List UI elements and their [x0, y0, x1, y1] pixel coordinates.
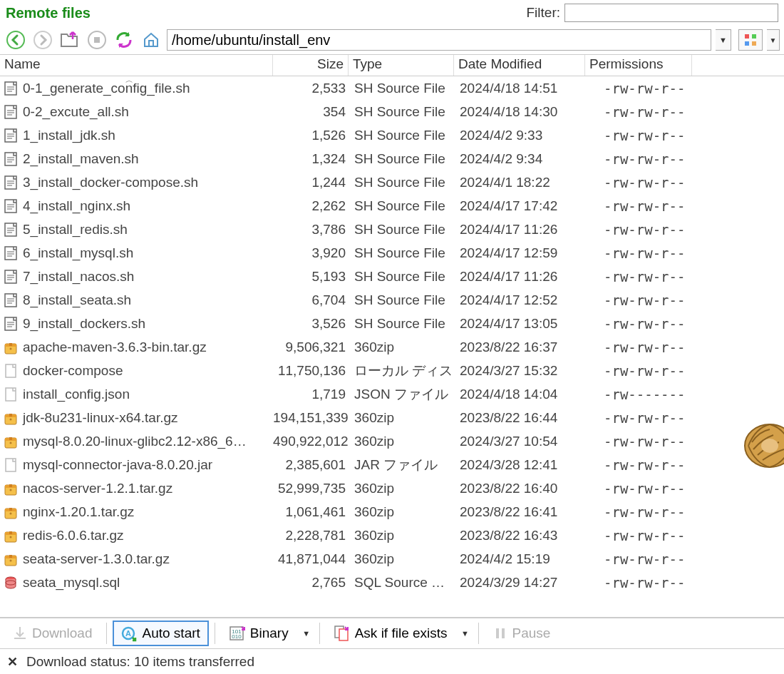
file-name: redis-6.0.6.tar.gz — [23, 528, 124, 543]
file-row[interactable]: docker-compose11,750,136ローカル ディスク2024/3/… — [0, 359, 784, 382]
file-row[interactable]: 2_install_maven.sh1,324SH Source File202… — [0, 147, 784, 170]
svg-text:010: 010 — [232, 633, 242, 640]
file-row[interactable]: 6_install_mysql.sh3,920SH Source File202… — [0, 241, 784, 265]
file-date: 2024/4/17 17:42 — [454, 198, 585, 214]
file-type: 360zip — [349, 434, 454, 449]
zip-file-icon — [3, 434, 19, 449]
column-permissions[interactable]: Permissions — [585, 55, 692, 76]
file-row[interactable]: apache-maven-3.6.3-bin.tar.gz9,506,32136… — [0, 335, 784, 359]
svg-rect-57 — [6, 364, 16, 377]
file-row[interactable]: install_config.json1,719JSON ファイル2024/4/… — [0, 382, 784, 406]
file-row[interactable]: nacos-server-1.2.1.tar.gz52,999,735360zi… — [0, 476, 784, 500]
close-status-button[interactable]: ✕ — [7, 654, 18, 670]
file-name: 0-2_excute_all.sh — [23, 104, 129, 120]
file-row[interactable]: seata_mysql.sql2,765SQL Source …2024/3/2… — [0, 571, 784, 594]
file-date: 2024/4/17 11:26 — [454, 222, 585, 238]
file-permissions: -rw-rw-r-- — [585, 175, 692, 190]
sql-file-icon — [3, 575, 19, 591]
sh-file-icon — [3, 292, 19, 308]
file-permissions: -rw-rw-r-- — [585, 128, 692, 143]
file-row[interactable]: 5_install_redis.sh3,786SH Source File202… — [0, 218, 784, 241]
binary-icon: 101010 — [229, 626, 246, 641]
file-type: SH Source File — [349, 316, 454, 332]
file-name: 6_install_mysql.sh — [23, 245, 133, 261]
path-input[interactable] — [167, 29, 711, 51]
up-folder-button[interactable] — [58, 29, 81, 51]
stop-icon — [88, 31, 106, 49]
svg-rect-82 — [9, 555, 12, 558]
file-type: 360zip — [349, 504, 454, 520]
svg-rect-9 — [5, 82, 16, 95]
binary-button[interactable]: 101010 Binary — [221, 621, 296, 646]
file-row[interactable]: redis-6.0.6.tar.gz2,228,781360zip2023/8/… — [0, 524, 784, 547]
file-name: 4_install_nginx.sh — [23, 198, 130, 214]
file-row[interactable]: seata-server-1.3.0.tar.gz41,871,044360zi… — [0, 547, 784, 571]
view-mode-button[interactable] — [738, 29, 763, 51]
svg-rect-65 — [9, 437, 12, 440]
back-button[interactable] — [4, 29, 27, 51]
download-button[interactable]: Download — [4, 621, 100, 646]
column-name[interactable]: Name — [0, 55, 273, 76]
file-row[interactable]: mysql-connector-java-8.0.20.jar2,385,601… — [0, 453, 784, 476]
file-row[interactable]: 0-1_generate_config_file.sh2,533SH Sourc… — [0, 76, 784, 100]
svg-rect-37 — [5, 247, 16, 260]
file-row[interactable]: 7_install_nacos.sh5,193SH Source File202… — [0, 265, 784, 288]
file-date: 2024/4/18 14:04 — [454, 387, 585, 402]
svg-rect-29 — [5, 200, 16, 213]
svg-rect-67 — [6, 459, 16, 471]
view-mode-dropdown[interactable]: ▼ — [767, 29, 780, 51]
file-size: 2,765 — [273, 575, 349, 591]
path-dropdown[interactable]: ▼ — [716, 29, 731, 51]
sh-file-icon — [3, 222, 19, 238]
file-size: 2,228,781 — [273, 528, 349, 543]
file-row[interactable]: mysql-8.0.20-linux-glibc2.12-x86_6…490,9… — [0, 429, 784, 453]
svg-rect-3 — [94, 37, 100, 43]
home-button[interactable] — [140, 29, 163, 51]
file-name: 9_install_dockers.sh — [23, 316, 145, 332]
sh-file-icon — [3, 151, 19, 167]
auto-start-button[interactable]: A Auto start — [113, 621, 209, 646]
sort-indicator-icon: ︿ — [125, 75, 133, 86]
file-size: 1,526 — [273, 128, 349, 143]
file-row[interactable]: 0-2_excute_all.sh354SH Source File2024/4… — [0, 100, 784, 123]
svg-rect-49 — [5, 317, 16, 330]
file-file-icon — [3, 363, 19, 379]
file-date: 2024/4/18 14:30 — [454, 104, 585, 120]
file-date: 2024/3/27 10:54 — [454, 434, 585, 449]
svg-rect-61 — [9, 414, 12, 417]
sh-file-icon — [3, 316, 19, 332]
file-name: 8_install_seata.sh — [23, 292, 131, 308]
svg-rect-96 — [502, 628, 505, 638]
svg-rect-21 — [5, 153, 16, 165]
file-row[interactable]: nginx-1.20.1.tar.gz1,061,461360zip2023/8… — [0, 500, 784, 524]
column-date[interactable]: Date Modified — [454, 55, 585, 76]
filter-input[interactable] — [564, 4, 778, 22]
file-name: install_config.json — [23, 387, 130, 402]
file-row[interactable]: jdk-8u231-linux-x64.tar.gz194,151,339360… — [0, 406, 784, 429]
column-type[interactable]: Type — [349, 55, 454, 76]
file-date: 2023/8/22 16:40 — [454, 481, 585, 496]
file-row[interactable]: 3_install_docker-compose.sh1,244SH Sourc… — [0, 170, 784, 194]
svg-point-83 — [10, 559, 12, 561]
forward-button[interactable] — [31, 29, 54, 51]
file-row[interactable]: 8_install_seata.sh6,704SH Source File202… — [0, 288, 784, 312]
file-permissions: -rw-rw-r-- — [585, 339, 692, 355]
file-size: 490,922,012 — [273, 434, 349, 449]
svg-point-1 — [34, 31, 51, 48]
svg-rect-7 — [745, 41, 749, 46]
file-permissions: -rw-rw-r-- — [585, 81, 692, 96]
refresh-button[interactable] — [113, 29, 135, 51]
file-name: 0-1_generate_config_file.sh — [23, 81, 190, 96]
stop-button[interactable] — [86, 29, 108, 51]
file-permissions: -rw-rw-r-- — [585, 481, 692, 496]
ask-exists-dropdown[interactable]: ▼ — [458, 621, 473, 646]
binary-dropdown[interactable]: ▼ — [299, 621, 314, 646]
file-type: SH Source File — [349, 104, 454, 120]
file-permissions: -rw------- — [585, 387, 692, 402]
column-size[interactable]: Size — [273, 55, 349, 76]
pause-button[interactable]: Pause — [485, 621, 559, 646]
ask-exists-button[interactable]: Ask if file exists — [326, 621, 455, 646]
file-row[interactable]: 4_install_nginx.sh2,262SH Source File202… — [0, 194, 784, 218]
file-row[interactable]: 9_install_dockers.sh3,526SH Source File2… — [0, 312, 784, 335]
file-row[interactable]: 1_install_jdk.sh1,526SH Source File2024/… — [0, 123, 784, 147]
